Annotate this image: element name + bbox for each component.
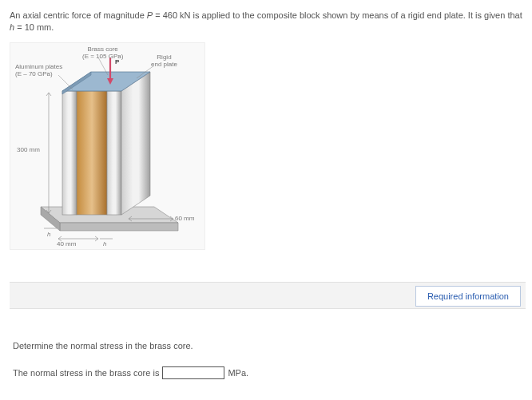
answer-unit: MPa. bbox=[228, 368, 248, 378]
label-height-300: 300 mm bbox=[17, 147, 40, 154]
label-rigid-l1: Rigid bbox=[157, 53, 171, 61]
label-width-60: 60 mm bbox=[175, 216, 194, 223]
label-rigid-l2: end plate bbox=[151, 61, 177, 68]
tab-bar: Required information bbox=[10, 282, 526, 309]
label-p-arrow: P bbox=[115, 59, 119, 66]
problem-text-b: = 460 kN is applied to the composite blo… bbox=[153, 10, 522, 20]
problem-statement: An axial centric force of magnitude P = … bbox=[10, 10, 526, 34]
question-prompt: Determine the normal stress in the brass… bbox=[13, 341, 526, 350]
label-brass-core-l1: Brass core bbox=[88, 46, 118, 53]
label-rigid-plate: Rigid end plate bbox=[151, 54, 177, 69]
label-h1: h bbox=[47, 232, 50, 239]
problem-text-a: An axial centric force of magnitude bbox=[10, 10, 147, 20]
answer-input[interactable] bbox=[162, 366, 224, 379]
label-aluminum-l1: Aluminum plates bbox=[15, 63, 62, 70]
label-width-40: 40 mm bbox=[57, 241, 76, 248]
label-h2: h bbox=[103, 241, 106, 248]
composite-block-figure: Brass core (E = 105 GPa) Aluminum plates… bbox=[10, 42, 205, 250]
question-body: Determine the normal stress in the brass… bbox=[10, 341, 526, 379]
answer-row: The normal stress in the brass core is M… bbox=[13, 366, 526, 379]
svg-rect-5 bbox=[107, 91, 121, 215]
svg-rect-3 bbox=[62, 91, 77, 215]
label-aluminum: Aluminum plates (E – 70 GPa) bbox=[15, 64, 62, 78]
svg-marker-1 bbox=[60, 223, 178, 231]
svg-rect-4 bbox=[77, 91, 107, 215]
label-aluminum-l2: (E – 70 GPa) bbox=[15, 70, 53, 77]
tab-required-information[interactable]: Required information bbox=[415, 286, 521, 307]
svg-marker-6 bbox=[121, 72, 150, 215]
problem-text-c: = 10 mm. bbox=[14, 22, 54, 32]
answer-prefix: The normal stress in the brass core is bbox=[13, 368, 159, 378]
